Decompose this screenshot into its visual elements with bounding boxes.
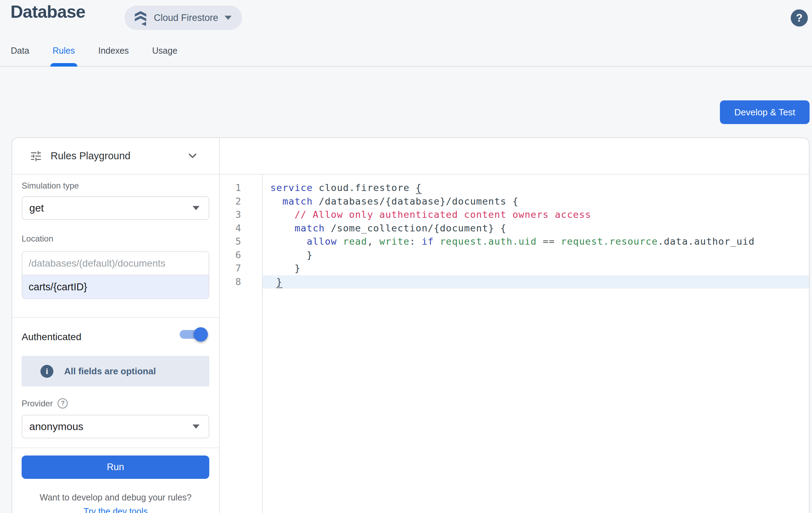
develop-and-test-button[interactable]: Develop & Test (720, 100, 810, 124)
dev-tools-question: Want to develop and debug your rules? (12, 492, 219, 503)
tab-rules[interactable]: Rules (53, 46, 75, 66)
simulation-type-label: Simulation type (22, 181, 79, 191)
info-banner: i All fields are optional (22, 356, 209, 386)
info-banner-text: All fields are optional (64, 366, 156, 377)
page-title: Database (10, 2, 85, 22)
collapse-chevron-icon[interactable] (186, 150, 199, 162)
code-line[interactable]: match /databases/{database}/documents { (263, 195, 809, 208)
product-chip-label: Cloud Firestore (154, 13, 218, 23)
dropdown-arrow-icon (193, 424, 200, 429)
line-number: 4 (220, 222, 262, 235)
tabs-divider (0, 66, 812, 67)
simulation-type-value: get (29, 202, 193, 214)
authenticated-toggle[interactable] (180, 330, 207, 339)
provider-label-row: Provider ? (22, 398, 68, 408)
provider-label: Provider (22, 399, 53, 408)
rules-code-editor[interactable]: 12345678 service cloud.firestore { match… (220, 175, 809, 513)
provider-value: anonymous (29, 421, 193, 432)
code-line[interactable]: } (263, 275, 809, 289)
location-path-value[interactable]: carts/{cartID} (22, 275, 209, 298)
provider-select[interactable]: anonymous (22, 415, 209, 438)
playground-sidebar: Simulation type get Location carts/{cart… (12, 175, 219, 513)
toggle-thumb (194, 327, 208, 342)
rules-playground-header[interactable]: Rules Playground (12, 138, 219, 174)
dropdown-arrow-icon (193, 206, 200, 210)
line-number: 3 (220, 208, 262, 222)
code-area[interactable]: service cloud.firestore { match /databas… (263, 175, 809, 513)
dev-tools-link[interactable]: Try the dev tools (12, 506, 219, 513)
firebase-database-page: Database Cloud Firestore ? DataRulesInde… (0, 0, 812, 513)
firestore-icon (134, 10, 148, 26)
line-number: 2 (220, 195, 262, 208)
info-icon: i (40, 365, 53, 378)
sidebar-divider (12, 447, 219, 448)
rules-playground-title: Rules Playground (51, 150, 130, 162)
line-number: 8 (220, 275, 262, 289)
code-line[interactable]: service cloud.firestore { (263, 181, 809, 195)
product-selector-chip[interactable]: Cloud Firestore (125, 6, 242, 30)
authenticated-label: Authenticated (22, 331, 81, 343)
code-line[interactable]: match /some_collection/{document} { (263, 222, 809, 235)
tab-usage[interactable]: Usage (152, 46, 177, 66)
location-prefix-input[interactable] (22, 252, 209, 275)
line-number: 5 (220, 235, 262, 248)
tab-data[interactable]: Data (11, 46, 29, 66)
provider-help-icon[interactable]: ? (58, 398, 68, 408)
code-line[interactable]: // Allow only authenticated content owne… (263, 208, 809, 222)
code-line[interactable]: allow read, write: if request.auth.uid =… (263, 235, 809, 248)
tune-icon (29, 150, 43, 163)
rules-panel: Rules Playground Simulation type get Loc… (12, 137, 810, 513)
line-number: 7 (220, 262, 262, 275)
code-line[interactable]: } (263, 262, 809, 275)
line-number-gutter: 12345678 (220, 175, 263, 513)
line-number: 1 (220, 181, 262, 195)
tab-bar: DataRulesIndexesUsage (11, 46, 178, 66)
chevron-down-icon (225, 16, 232, 20)
sidebar-divider (12, 317, 219, 318)
simulation-type-select[interactable]: get (22, 196, 209, 220)
code-line[interactable]: } (263, 248, 809, 262)
location-field: carts/{cartID} (22, 251, 209, 299)
location-label: Location (22, 234, 53, 244)
help-icon[interactable]: ? (791, 9, 808, 26)
tab-indexes[interactable]: Indexes (98, 46, 129, 66)
run-button[interactable]: Run (22, 455, 209, 479)
line-number: 6 (220, 248, 262, 262)
